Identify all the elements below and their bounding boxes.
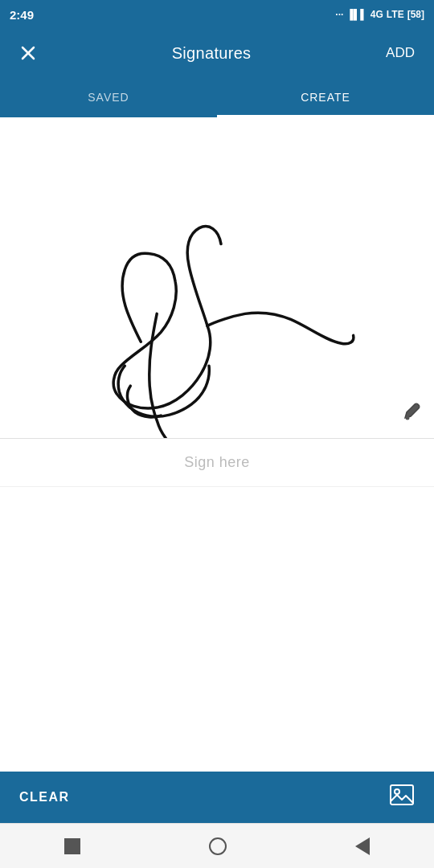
tab-create[interactable]: CREATE [217,77,434,117]
edit-icon[interactable] [400,400,423,427]
top-nav: Signatures ADD [0,29,434,77]
svg-point-5 [395,789,399,794]
tabs-container: SAVED CREATE [0,77,434,117]
back-nav-button[interactable] [339,829,386,863]
signal-dots-icon: ··· [335,9,343,20]
page-title: Signatures [172,44,252,63]
lte-label: LTE [387,9,404,20]
status-time: 2:49 [10,8,34,22]
svg-point-3 [406,416,410,420]
home-icon [209,837,227,855]
add-button[interactable]: ADD [379,39,421,68]
home-button[interactable] [193,829,243,863]
empty-space[interactable] [0,487,434,736]
svg-rect-4 [391,785,413,805]
signal-bars-icon: ▐▌▌ [346,9,367,20]
signature-area: Sign here [0,117,434,736]
bottom-action-bar: CLEAR [0,772,434,823]
tab-saved[interactable]: SAVED [0,77,217,117]
back-nav-icon [355,837,370,855]
bottom-nav [0,823,434,868]
stop-button[interactable] [48,830,96,862]
status-icons: ··· ▐▌▌ 4G LTE [58] [335,9,424,20]
status-bar: 2:49 ··· ▐▌▌ 4G LTE [58] [0,0,434,29]
signature-canvas[interactable] [0,117,434,439]
battery-label: [58] [407,9,424,20]
clear-button[interactable]: CLEAR [19,790,70,805]
network-label: 4G [371,9,383,20]
back-button[interactable] [13,38,43,68]
image-button[interactable] [389,782,415,813]
sign-here-label: Sign here [0,439,434,487]
stop-icon [64,838,80,854]
signature-drawing [0,117,434,438]
